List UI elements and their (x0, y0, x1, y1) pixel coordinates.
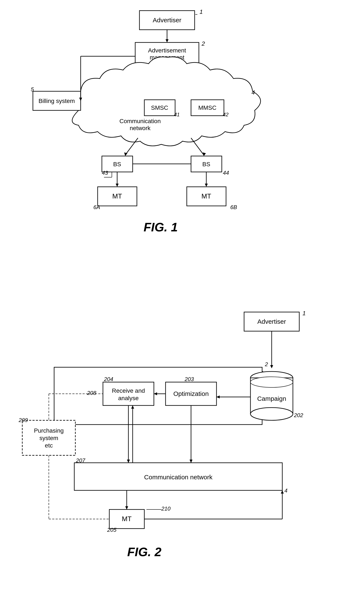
svg-text:210: 210 (161, 506, 171, 512)
svg-marker-17 (166, 110, 169, 114)
svg-text:SMSC: SMSC (151, 104, 168, 111)
svg-point-70 (250, 377, 293, 387)
svg-text:Optimization: Optimization (173, 390, 209, 397)
svg-rect-6 (135, 42, 199, 70)
fig2-svg: Advertiser 1 2 Campaign 20 (0, 301, 364, 612)
svg-text:Purchasing: Purchasing (34, 427, 64, 434)
svg-text:MT: MT (201, 192, 211, 200)
svg-marker-103 (131, 405, 134, 409)
svg-marker-83 (154, 392, 157, 395)
svg-text:1: 1 (302, 310, 306, 316)
svg-text:MMSC: MMSC (198, 104, 217, 111)
svg-rect-47 (187, 187, 226, 206)
svg-marker-39 (116, 184, 119, 187)
svg-marker-107 (125, 506, 128, 509)
svg-text:network: network (130, 125, 151, 131)
svg-text:analyse: analyse (118, 395, 139, 402)
svg-line-27 (125, 138, 138, 155)
svg-rect-58 (244, 312, 299, 331)
svg-marker-62 (270, 365, 273, 368)
svg-text:BS: BS (202, 161, 210, 168)
svg-text:1: 1 (199, 9, 203, 15)
svg-text:205: 205 (107, 527, 117, 533)
svg-rect-31 (102, 156, 133, 172)
svg-text:43: 43 (102, 169, 108, 176)
svg-text:management: management (150, 54, 184, 61)
svg-rect-0 (140, 11, 195, 30)
svg-rect-93 (74, 463, 282, 490)
svg-rect-21 (144, 100, 175, 116)
svg-text:Communication: Communication (119, 118, 161, 124)
svg-text:etc: etc (45, 442, 53, 449)
svg-text:FIG. 2: FIG. 2 (127, 545, 161, 559)
svg-marker-112 (281, 490, 284, 494)
svg-text:4: 4 (251, 89, 255, 96)
svg-rect-24 (191, 100, 224, 116)
fig2-container: Advertiser 1 2 Campaign 20 (0, 301, 364, 612)
svg-point-69 (250, 408, 293, 420)
page-container: Advertiser 1 Advertisement management sy… (0, 0, 364, 612)
svg-text:2: 2 (265, 361, 268, 367)
svg-text:system: system (158, 61, 177, 68)
svg-text:Advertiser: Advertiser (257, 318, 286, 325)
svg-text:42: 42 (223, 112, 229, 117)
svg-text:209: 209 (18, 417, 28, 423)
svg-rect-63 (54, 367, 262, 425)
svg-text:44: 44 (223, 169, 229, 176)
svg-text:5: 5 (31, 86, 34, 92)
svg-text:Receive and: Receive and (112, 387, 145, 394)
svg-text:Campaign: Campaign (257, 395, 286, 402)
svg-rect-78 (103, 382, 154, 405)
svg-rect-86 (22, 420, 75, 455)
svg-text:Communication network: Communication network (144, 474, 213, 481)
svg-text:203: 203 (184, 376, 194, 382)
svg-rect-97 (109, 509, 144, 529)
svg-marker-12 (166, 78, 169, 82)
svg-text:Advertisement: Advertisement (148, 47, 186, 54)
fig1-svg: Advertiser 1 Advertisement management sy… (0, 0, 364, 301)
svg-text:204: 204 (104, 376, 113, 382)
svg-text:6A: 6A (93, 204, 100, 210)
svg-text:208: 208 (87, 390, 96, 396)
svg-text:207: 207 (76, 457, 86, 464)
svg-rect-44 (98, 187, 137, 206)
svg-marker-77 (217, 395, 220, 398)
svg-marker-101 (127, 460, 130, 463)
svg-text:2: 2 (201, 40, 205, 47)
svg-rect-50 (33, 91, 81, 110)
svg-text:BS: BS (113, 161, 121, 168)
svg-text:MT: MT (122, 515, 131, 523)
svg-text:FIG. 1: FIG. 1 (143, 220, 178, 234)
svg-text:Advertiser: Advertiser (153, 17, 181, 24)
svg-text:MT: MT (112, 192, 122, 200)
svg-point-67 (250, 371, 293, 384)
svg-marker-105 (190, 460, 193, 463)
svg-text:Billing system: Billing system (39, 98, 75, 104)
svg-text:4: 4 (285, 487, 287, 494)
svg-marker-5 (166, 39, 169, 42)
svg-marker-43 (205, 184, 208, 187)
svg-rect-34 (191, 156, 222, 172)
svg-text:VAS GW: VAS GW (155, 86, 180, 93)
svg-rect-13 (146, 82, 188, 98)
svg-marker-55 (79, 98, 82, 101)
svg-marker-28 (124, 152, 127, 156)
svg-text:system: system (39, 435, 58, 441)
svg-line-29 (191, 138, 204, 155)
svg-rect-73 (166, 382, 217, 405)
svg-rect-68 (250, 378, 293, 414)
svg-text:202: 202 (294, 412, 303, 418)
svg-text:6B: 6B (230, 204, 237, 210)
svg-text:3: 3 (140, 77, 143, 83)
svg-text:41: 41 (174, 112, 180, 117)
svg-marker-30 (203, 152, 206, 156)
fig1-container: Advertiser 1 Advertisement management sy… (0, 0, 364, 301)
